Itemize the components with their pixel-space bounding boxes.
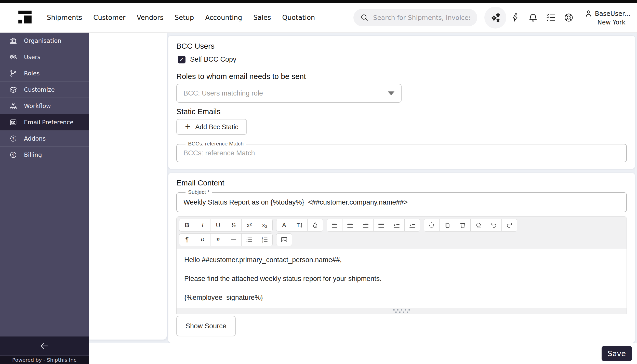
svg-text:?: ? bbox=[12, 136, 14, 141]
bcc-users-title: BCC Users bbox=[176, 42, 627, 50]
align-left-button[interactable] bbox=[327, 219, 342, 232]
insert-image-icon bbox=[280, 236, 288, 244]
bank-icon bbox=[9, 37, 17, 45]
align-right-button[interactable] bbox=[358, 219, 374, 232]
unordered-list-button[interactable] bbox=[241, 233, 257, 246]
sidebar-spacer bbox=[0, 163, 89, 336]
highlight-color-icon bbox=[311, 221, 319, 229]
insert-image-button[interactable] bbox=[276, 233, 292, 246]
sidebar-item-workflow[interactable]: Workflow bbox=[0, 98, 89, 114]
notifications-icon[interactable] bbox=[524, 7, 542, 29]
user-name: BaseUser... bbox=[595, 10, 630, 17]
roles-icon bbox=[9, 69, 17, 77]
superscript-icon: x² bbox=[247, 222, 252, 229]
powered-by-text: Powered by - Shipthis Inc bbox=[12, 357, 76, 363]
sidebar-item-label: Organisation bbox=[24, 37, 61, 44]
copy-button[interactable] bbox=[439, 219, 455, 232]
user-icon bbox=[584, 9, 593, 18]
user-menu[interactable]: BaseUser... New York bbox=[584, 9, 630, 26]
sidebar-item-roles[interactable]: Roles bbox=[0, 65, 89, 82]
editor-body[interactable]: Hello ##customer.primary_contact_person.… bbox=[176, 249, 627, 308]
static-emails-heading: Static Emails bbox=[176, 107, 627, 116]
bcc-roles-select[interactable]: BCC: Users matching role bbox=[176, 84, 402, 103]
tasks-icon[interactable] bbox=[542, 7, 560, 29]
redo-button[interactable] bbox=[501, 219, 517, 232]
font-color-button[interactable]: A bbox=[276, 219, 292, 232]
align-center-button[interactable] bbox=[342, 219, 358, 232]
help-icon[interactable] bbox=[560, 7, 578, 29]
underline-button[interactable]: U bbox=[210, 219, 226, 232]
superscript-button[interactable]: x² bbox=[241, 219, 257, 232]
sidebar-item-email-preference[interactable]: Email Preference bbox=[0, 114, 89, 130]
subject-field: Subject * bbox=[176, 192, 627, 212]
nav-item-vendors[interactable]: Vendors bbox=[137, 14, 164, 21]
undo-button[interactable] bbox=[486, 219, 502, 232]
sidebar-item-organisation[interactable]: Organisation bbox=[0, 33, 89, 49]
justify-button[interactable] bbox=[373, 219, 389, 232]
align-right-icon bbox=[362, 221, 369, 229]
nav-item-shipments[interactable]: Shipments bbox=[47, 14, 82, 21]
show-source-button[interactable]: Show Source bbox=[176, 316, 236, 336]
nav-item-sales[interactable]: Sales bbox=[253, 14, 271, 21]
select-all-icon bbox=[428, 221, 435, 229]
main-menu: ShipmentsCustomerVendorsSetupAccountingS… bbox=[47, 14, 315, 21]
sidebar-item-label: Roles bbox=[24, 70, 40, 77]
search-input[interactable] bbox=[373, 14, 471, 22]
strikethrough-button[interactable]: S bbox=[226, 219, 242, 232]
indent-button[interactable] bbox=[389, 219, 405, 232]
addons-icon: ? bbox=[9, 134, 17, 143]
quote-close-button[interactable]: ” bbox=[210, 233, 226, 246]
italic-button[interactable]: I bbox=[195, 219, 210, 232]
subscript-button[interactable]: x₂ bbox=[257, 219, 273, 232]
sidebar-item-billing[interactable]: $Billing bbox=[0, 147, 89, 163]
settings-icon[interactable] bbox=[484, 7, 506, 29]
ordered-list-button[interactable]: 123 bbox=[257, 233, 273, 246]
nav-item-setup[interactable]: Setup bbox=[175, 14, 194, 21]
sidebar-item-users[interactable]: Users bbox=[0, 49, 89, 65]
delete-icon bbox=[459, 221, 467, 229]
bold-button[interactable]: B bbox=[179, 219, 195, 232]
nav-item-quotation[interactable]: Quotation bbox=[282, 14, 315, 21]
add-bcc-static-label: Add Bcc Static bbox=[195, 123, 238, 131]
resize-handle[interactable] bbox=[393, 309, 410, 313]
sidebar-collapse-button[interactable] bbox=[0, 336, 89, 355]
nav-item-accounting[interactable]: Accounting bbox=[205, 14, 242, 21]
lightning-icon[interactable] bbox=[506, 7, 524, 29]
sidebar-items: OrganisationUsersRolesCustomizeWorkflowE… bbox=[0, 33, 89, 163]
highlight-color-button[interactable] bbox=[307, 219, 323, 232]
top-black-strip bbox=[0, 0, 637, 3]
sidebar-item-addons[interactable]: ?Addons bbox=[0, 130, 89, 147]
sidebar-item-label: Users bbox=[24, 54, 40, 60]
outdent-icon bbox=[408, 221, 416, 229]
copy-icon bbox=[443, 221, 451, 229]
sidebar-item-customize[interactable]: Customize bbox=[0, 82, 89, 98]
indent-icon bbox=[393, 221, 401, 229]
bccs-reference-label: BCCs: reference Match bbox=[185, 141, 246, 147]
add-bcc-static-button[interactable]: + Add Bcc Static bbox=[176, 119, 247, 135]
text-size-button[interactable]: T bbox=[292, 219, 308, 232]
secondary-panel bbox=[89, 33, 167, 340]
subject-input[interactable] bbox=[177, 198, 626, 206]
shipthis-logo[interactable] bbox=[15, 9, 35, 26]
paragraph-icon: ¶ bbox=[185, 236, 189, 243]
email-content-title: Email Content bbox=[176, 179, 627, 187]
save-button[interactable]: Save bbox=[602, 346, 632, 361]
bccs-reference-input[interactable] bbox=[177, 149, 626, 157]
remove-format-button[interactable] bbox=[470, 219, 486, 232]
bcc-roles-select-placeholder: BCC: Users matching role bbox=[183, 89, 263, 97]
delete-button[interactable] bbox=[455, 219, 471, 232]
quote-open-icon: “ bbox=[201, 236, 204, 243]
self-bcc-checkbox[interactable]: ✓ bbox=[178, 56, 185, 63]
subject-label: Subject * bbox=[185, 189, 212, 195]
settings-panel: BCC Users ✓ Self BCC Copy Roles to whom … bbox=[89, 33, 637, 343]
horizontal-rule-button[interactable] bbox=[226, 233, 242, 246]
quote-open-button[interactable]: “ bbox=[195, 233, 210, 246]
svg-text:$: $ bbox=[12, 153, 15, 157]
nav-item-customer[interactable]: Customer bbox=[93, 14, 125, 21]
select-all-button[interactable] bbox=[424, 219, 440, 232]
paragraph-button[interactable]: ¶ bbox=[179, 233, 195, 246]
outdent-button[interactable] bbox=[404, 219, 420, 232]
underline-icon: U bbox=[216, 222, 220, 229]
navbar-action-icons bbox=[484, 7, 578, 29]
bcc-users-card: BCC Users ✓ Self BCC Copy Roles to whom … bbox=[168, 36, 635, 169]
